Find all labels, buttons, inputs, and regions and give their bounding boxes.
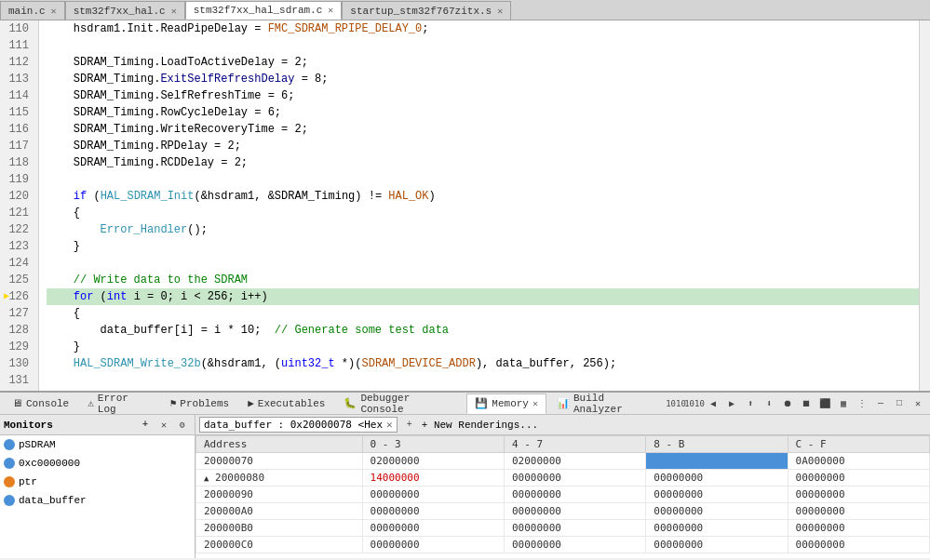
panel-toolbar-right: 1010 1010 ◀ ▶ ⬆ ⬇ ⏺ ⏹ ⬛ ▦ ⋮ — □ ✕	[667, 395, 926, 412]
tab-main-c-label: main.c	[8, 6, 46, 17]
tab-main-c[interactable]: main.c ✕	[0, 1, 65, 20]
code-line-131	[47, 372, 919, 389]
panel-btn1[interactable]: ◀	[705, 395, 721, 412]
ln-129: 129	[6, 339, 33, 355]
monitors-panel: Monitors + ✕ ⚙ pSDRAM 0xc0000000	[0, 415, 195, 558]
table-row: 20000090 00000000 00000000 00000000 0000…	[196, 487, 930, 503]
mem-addr-20000070: 20000070	[196, 453, 363, 470]
editor-h-scrollbar[interactable]	[0, 391, 930, 393]
tab-stm32f7xx-hal-c[interactable]: stm32f7xx_hal.c ✕	[65, 1, 185, 20]
memory-address-input[interactable]: data_buffer : 0x20000078 <Hex ✕	[199, 417, 398, 433]
monitor-icon-ptr	[4, 476, 15, 487]
mem-cell-20000090-8: 00000000	[646, 487, 788, 503]
debugger-console-icon: 🐛	[344, 397, 357, 409]
editor-scrollbar[interactable]	[919, 20, 930, 391]
mem-cell-200000b0-4: 00000000	[504, 520, 645, 537]
mem-cell-20000090-0: 00000000	[362, 487, 504, 503]
panel-btn9[interactable]: ⋮	[854, 395, 870, 412]
ln-128: 128	[6, 322, 33, 339]
panel-btn3[interactable]: ⬆	[742, 395, 759, 412]
code-line-113: SDRAM_Timing.ExitSelfRefreshDelay = 8;	[47, 71, 919, 87]
tab-stm32f7xx-hal-sdram-c-close[interactable]: ✕	[328, 5, 333, 16]
ln-119: 119	[6, 171, 33, 188]
memory-table-container[interactable]: Address 0 - 3 4 - 7 8 - B C - F 20000070…	[195, 435, 930, 558]
executables-icon: ▶	[248, 397, 254, 409]
ln-127: 127	[6, 305, 33, 322]
memory-toolbar: data_buffer : 0x20000078 <Hex ✕ + + New …	[195, 415, 930, 435]
code-line-122: Error_Handler();	[47, 221, 919, 238]
mem-cell-200000c0-0: 00000000	[362, 537, 504, 553]
monitor-item-data-buffer[interactable]: data_buffer	[0, 491, 195, 510]
monitor-item-0xc0000000[interactable]: 0xc0000000	[0, 454, 195, 473]
mem-cell-20000080-4: 00000000	[504, 470, 645, 487]
ln-116: 116	[6, 121, 33, 138]
build-analyzer-icon: 📊	[557, 397, 570, 409]
tab-stm32f7xx-hal-sdram-c[interactable]: stm32f7xx_hal_sdram.c ✕	[185, 1, 343, 20]
ln-131: 131	[6, 372, 33, 389]
panel-btn8[interactable]: ▦	[835, 395, 852, 412]
monitor-settings-btn[interactable]: ⚙	[174, 417, 191, 433]
mem-cell-200000a0-4: 00000000	[504, 503, 645, 520]
bottom-tab-debugger-console[interactable]: 🐛 Debugger Console	[335, 393, 465, 414]
problems-label: Problems	[180, 398, 229, 409]
code-line-112: SDRAM_Timing.LoadToActiveDelay = 2;	[47, 54, 919, 71]
table-row: ▲ 20000080 14000000 00000000 00000000 00…	[196, 470, 930, 487]
code-line-132: // Read data from the SDRAM	[47, 389, 919, 391]
code-line-130: HAL_SDRAM_Write_32b(&hsdram1, (uint32_t …	[47, 355, 919, 372]
error-log-icon: ⚠	[88, 397, 94, 409]
panel-close-btn[interactable]: ✕	[910, 395, 926, 412]
memory-input-close[interactable]: ✕	[386, 419, 393, 431]
mem-cell-20000090-4: 00000000	[504, 487, 645, 503]
monitor-label-ptr: ptr	[19, 476, 37, 487]
memory-address-value: data_buffer : 0x20000078 <Hex	[204, 419, 383, 431]
mem-cell-20000080-0: 14000000	[362, 470, 504, 487]
code-lines[interactable]: hsdram1.Init.ReadPipeDelay = FMC_SDRAM_R…	[39, 20, 919, 391]
monitor-label-0xc0000000: 0xc0000000	[19, 458, 80, 469]
code-line-124	[47, 255, 919, 272]
bottom-tab-console[interactable]: 🖥 Console	[4, 393, 77, 414]
editor-area: 110 111 112 113 114 115 116 117 118 119 …	[0, 20, 930, 393]
code-line-123: }	[47, 238, 919, 255]
ln-118: 118	[6, 154, 33, 171]
panel-btn6[interactable]: ⏹	[798, 395, 815, 412]
tab-stm32f7xx-hal-c-label: stm32f7xx_hal.c	[74, 6, 166, 17]
col-c-f: C - F	[788, 436, 929, 453]
bottom-tab-error-log[interactable]: ⚠ Error Log	[79, 393, 160, 414]
panel-btn4[interactable]: ⬇	[761, 395, 777, 412]
panel-minimize-btn[interactable]: —	[872, 395, 889, 412]
monitor-icon-data-buffer	[4, 495, 15, 506]
monitor-remove-btn[interactable]: ✕	[155, 417, 172, 433]
bottom-tab-problems[interactable]: ⚑ Problems	[162, 393, 237, 414]
scroll-arrow: ▲	[204, 473, 209, 483]
error-log-label: Error Log	[98, 393, 152, 415]
panel-btn2[interactable]: ▶	[723, 395, 740, 412]
memory-table: Address 0 - 3 4 - 7 8 - B C - F 20000070…	[195, 435, 930, 553]
bottom-tab-build-analyzer[interactable]: 📊 Build Analyzer	[548, 393, 666, 414]
panel-btn7[interactable]: ⬛	[816, 395, 833, 412]
code-line-120: if (HAL_SDRAM_Init(&hsdram1, &SDRAM_Timi…	[47, 188, 919, 205]
panel-btn5[interactable]: ⏺	[779, 395, 796, 412]
panel-binary-icon1: 1010	[667, 395, 684, 412]
panel-maximize-btn[interactable]: □	[891, 395, 908, 412]
memory-panel: data_buffer : 0x20000078 <Hex ✕ + + New …	[195, 415, 930, 558]
tab-main-c-close[interactable]: ✕	[51, 6, 57, 17]
bottom-tab-memory[interactable]: 💾 Memory ✕	[466, 393, 546, 414]
new-renderings-btn[interactable]: +	[401, 417, 418, 433]
console-label: Console	[26, 398, 69, 409]
tab-startup-s[interactable]: startup_stm32f767zitx.s ✕	[342, 1, 511, 20]
new-renderings-label[interactable]: + New Renderings...	[422, 420, 538, 431]
memory-icon: 💾	[475, 397, 488, 409]
mem-cell-200000a0-8: 00000000	[646, 503, 788, 520]
monitor-add-btn[interactable]: +	[137, 417, 154, 433]
monitor-item-psdram[interactable]: pSDRAM	[0, 435, 195, 454]
memory-table-header-row: Address 0 - 3 4 - 7 8 - B C - F	[196, 436, 930, 453]
tab-stm32f7xx-hal-c-close[interactable]: ✕	[171, 6, 177, 17]
memory-tab-close[interactable]: ✕	[532, 398, 538, 409]
code-line-127: {	[47, 305, 919, 322]
tab-startup-s-label: startup_stm32f767zitx.s	[350, 6, 492, 17]
monitor-item-ptr[interactable]: ptr	[0, 473, 195, 491]
mem-cell-200000b0-8: 00000000	[646, 520, 788, 537]
bottom-tab-executables[interactable]: ▶ Executables	[239, 393, 333, 414]
bottom-panel: 🖥 Console ⚠ Error Log ⚑ Problems ▶ Execu…	[0, 393, 930, 558]
tab-startup-s-close[interactable]: ✕	[497, 6, 503, 17]
